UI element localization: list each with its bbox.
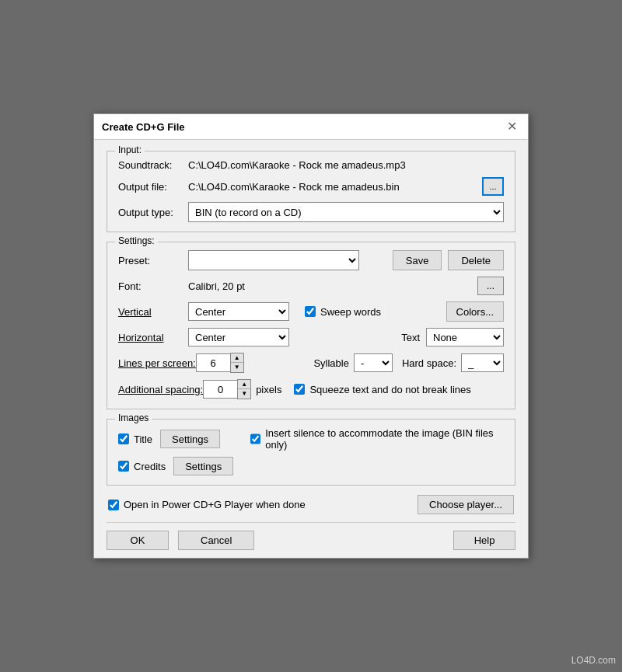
squeeze-row[interactable]: Squeeze text and do not break lines bbox=[294, 384, 470, 395]
watermark: LO4D.com bbox=[571, 655, 616, 666]
input-section: Input: Soundtrack: C:\LO4D.com\Karaoke -… bbox=[107, 151, 515, 232]
dialog-title: Create CD+G File bbox=[102, 121, 185, 133]
title-checkbox-row[interactable]: Title bbox=[118, 433, 152, 445]
lines-spinbox: ▲ ▼ bbox=[196, 353, 244, 373]
horizontal-select[interactable]: Center Left Right bbox=[188, 328, 289, 346]
text-select[interactable]: None Bold Italic bbox=[426, 328, 504, 346]
font-value: Calibri, 20 pt bbox=[188, 280, 477, 292]
output-type-row: Output type: BIN (to record on a CD) CDG… bbox=[118, 202, 504, 222]
insert-silence-checkbox[interactable] bbox=[250, 433, 260, 444]
delete-button[interactable]: Delete bbox=[448, 250, 504, 270]
lines-spin-down[interactable]: ▼ bbox=[231, 363, 243, 372]
dialog-body: Input: Soundtrack: C:\LO4D.com\Karaoke -… bbox=[94, 140, 528, 558]
open-player-row: Open in Power CD+G Player when done Choo… bbox=[107, 495, 515, 514]
credits-checkbox-row[interactable]: Credits bbox=[118, 461, 166, 472]
additional-spacing-row: Additional spacing: ▲ ▼ pixels Squeeze t… bbox=[118, 379, 504, 399]
title-settings-button[interactable]: Settings bbox=[160, 430, 220, 448]
lines-per-screen-input[interactable] bbox=[196, 353, 230, 372]
title-checkbox[interactable] bbox=[118, 433, 129, 444]
ok-button[interactable]: OK bbox=[107, 531, 169, 550]
soundtrack-value: C:\LO4D.com\Karaoke - Rock me amadeus.mp… bbox=[188, 159, 406, 171]
horizontal-label: Horizontal bbox=[118, 332, 188, 343]
squeeze-label: Squeeze text and do not break lines bbox=[309, 384, 470, 395]
lines-spin-buttons: ▲ ▼ bbox=[230, 353, 244, 373]
font-label: Font: bbox=[118, 280, 188, 292]
soundtrack-label: Soundtrack: bbox=[118, 159, 188, 171]
credits-checkbox[interactable] bbox=[118, 461, 129, 472]
credits-label: Credits bbox=[134, 461, 166, 472]
spacing-spinbox: ▲ ▼ bbox=[203, 379, 251, 399]
spacing-spin-up[interactable]: ▲ bbox=[238, 380, 250, 389]
syllable-select[interactable]: - / | bbox=[354, 353, 393, 372]
text-label: Text bbox=[401, 332, 420, 343]
settings-section-label: Settings: bbox=[115, 235, 158, 246]
hard-space-label: Hard space: bbox=[402, 357, 456, 369]
open-player-checkbox-row[interactable]: Open in Power CD+G Player when done bbox=[108, 499, 306, 510]
help-button[interactable]: Help bbox=[453, 531, 515, 550]
vertical-label: Vertical bbox=[118, 306, 188, 318]
font-button[interactable]: ... bbox=[477, 277, 504, 295]
syllable-label: Syllable bbox=[313, 357, 349, 369]
soundtrack-row: Soundtrack: C:\LO4D.com\Karaoke - Rock m… bbox=[118, 159, 504, 171]
sweep-words-checkbox[interactable] bbox=[305, 306, 316, 317]
colors-button[interactable]: Colors... bbox=[446, 301, 504, 322]
preset-select[interactable] bbox=[188, 250, 359, 270]
additional-spacing-label: Additional spacing: bbox=[118, 384, 203, 395]
hard-space-select[interactable]: _ ~ bbox=[461, 353, 504, 372]
input-section-label: Input: bbox=[115, 144, 145, 155]
title-row: Title Settings Insert silence to accommo… bbox=[118, 427, 504, 451]
create-cdg-dialog: Create CD+G File ✕ Input: Soundtrack: C:… bbox=[93, 113, 529, 559]
title-label: Title bbox=[134, 433, 152, 445]
font-row: Font: Calibri, 20 pt ... bbox=[118, 277, 504, 295]
vertical-select[interactable]: Center Top Bottom bbox=[188, 302, 289, 321]
action-row: OK Cancel Help bbox=[107, 522, 515, 550]
sweep-words-row[interactable]: Sweep words bbox=[305, 306, 381, 318]
spacing-spin-down[interactable]: ▼ bbox=[238, 389, 250, 399]
squeeze-checkbox[interactable] bbox=[294, 384, 305, 395]
vertical-row: Vertical Center Top Bottom Sweep words C… bbox=[118, 301, 504, 322]
cancel-button[interactable]: Cancel bbox=[178, 531, 254, 550]
pixels-label: pixels bbox=[256, 384, 281, 395]
spacing-spin-buttons: ▲ ▼ bbox=[237, 379, 251, 399]
open-player-checkbox[interactable] bbox=[108, 500, 119, 510]
settings-section: Settings: Preset: Save Delete Font: Cali… bbox=[107, 242, 515, 409]
lines-per-screen-label: Lines per screen: bbox=[118, 357, 196, 369]
lines-spin-up[interactable]: ▲ bbox=[231, 353, 243, 363]
output-type-select[interactable]: BIN (to record on a CD) CDG MP3+G ZIP bbox=[188, 202, 504, 222]
additional-spacing-input[interactable] bbox=[203, 380, 237, 399]
output-file-label: Output file: bbox=[118, 181, 188, 193]
output-type-label: Output type: bbox=[118, 207, 188, 218]
insert-silence-row[interactable]: Insert silence to accommodate the image … bbox=[250, 427, 504, 451]
browse-icon: ... bbox=[489, 182, 496, 191]
insert-silence-label: Insert silence to accommodate the image … bbox=[265, 427, 504, 451]
output-file-row: Output file: C:\LO4D.com\Karaoke - Rock … bbox=[118, 177, 504, 196]
credits-row: Credits Settings bbox=[118, 457, 504, 475]
credits-settings-button[interactable]: Settings bbox=[173, 457, 233, 475]
images-section-label: Images bbox=[115, 413, 152, 423]
preset-label: Preset: bbox=[118, 255, 188, 266]
output-file-value: C:\LO4D.com\Karaoke - Rock me amadeus.bi… bbox=[188, 181, 477, 193]
close-button[interactable]: ✕ bbox=[504, 119, 520, 134]
choose-player-button[interactable]: Choose player... bbox=[418, 495, 514, 514]
title-bar: Create CD+G File ✕ bbox=[94, 114, 528, 140]
sweep-words-label: Sweep words bbox=[320, 306, 381, 318]
lines-row: Lines per screen: ▲ ▼ Syllable - / | Har… bbox=[118, 353, 504, 373]
browse-button[interactable]: ... bbox=[482, 177, 504, 196]
horizontal-row: Horizontal Center Left Right Text None B… bbox=[118, 328, 504, 346]
preset-row: Preset: Save Delete bbox=[118, 250, 504, 270]
images-section: Images Title Settings Insert silence to … bbox=[107, 419, 515, 486]
open-player-label: Open in Power CD+G Player when done bbox=[124, 499, 306, 510]
save-button[interactable]: Save bbox=[393, 250, 442, 270]
